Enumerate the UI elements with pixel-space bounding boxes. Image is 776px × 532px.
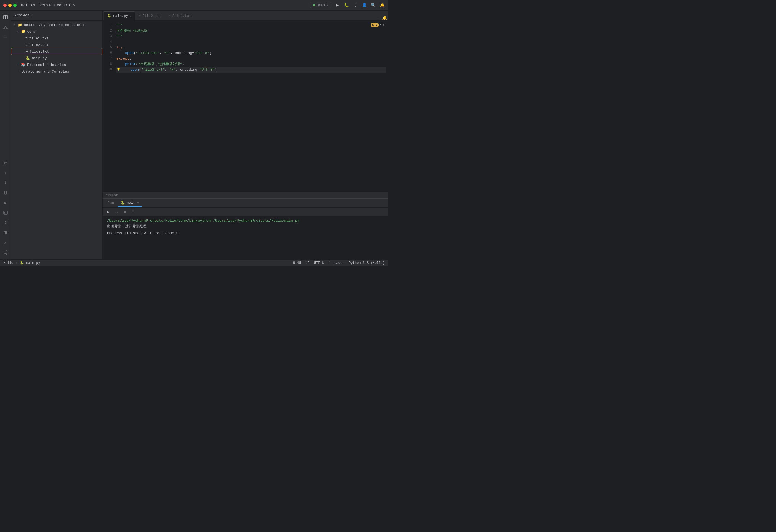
code-line-2: 文件操作 代码示例 — [117, 28, 386, 34]
tab-main-py-label: main.py — [113, 14, 128, 18]
svg-rect-2 — [4, 17, 6, 19]
tab-main-py[interactable]: 🐍 main.py ✕ — [104, 11, 135, 20]
panel-title: Project — [14, 13, 30, 17]
tab-file2-label: file2.txt — [142, 14, 162, 18]
sidebar-icon-project[interactable] — [1, 13, 10, 22]
main-layout: ⋯ ↑ ↓ ▶ 🖨 🗑 ⚠ Project ∨ ▼ 📁 — [0, 11, 388, 259]
tree-item-venv-label: venv — [27, 30, 36, 34]
tab-close-main-py[interactable]: ✕ — [130, 14, 132, 18]
run-play-button[interactable]: ▶ — [105, 209, 112, 215]
code-line-5: try: — [117, 45, 386, 50]
status-sep1: › — [15, 261, 17, 265]
run-tab-run[interactable]: Run — [105, 199, 117, 207]
status-breadcrumb: Hello › 🐍 main.py — [3, 261, 40, 265]
token: """ — [117, 34, 123, 39]
sidebar-icon-more[interactable]: ⋯ — [1, 33, 10, 42]
tree-item-file3[interactable]: ≡ file3.txt — [11, 48, 102, 55]
tree-item-main-py-label: main.py — [32, 56, 47, 60]
title-project[interactable]: Hello ∨ — [21, 3, 35, 7]
status-line-ending[interactable]: LF — [306, 261, 309, 265]
project-label: Hello — [21, 3, 32, 7]
run-dot — [313, 4, 315, 6]
tree-item-ext-libs[interactable]: ▶ 📚 External Libraries — [11, 61, 102, 68]
tree-item-venv[interactable]: ▶ 📁 venv — [11, 28, 102, 35]
title-version-control[interactable]: Version control ∨ — [40, 3, 75, 7]
run-active-tab-label: main — [127, 201, 135, 205]
line-num-3: 3 — [103, 34, 112, 39]
status-main-py[interactable]: main.py — [26, 261, 40, 265]
status-right: 9:45 LF UTF-8 4 spaces Python 3.8 (Hello… — [293, 261, 385, 265]
notifications-button[interactable]: 🔔 — [379, 2, 385, 8]
fullscreen-traffic-light[interactable] — [13, 4, 17, 7]
sidebar-icons: ⋯ ↑ ↓ ▶ 🖨 🗑 ⚠ — [0, 11, 11, 259]
cursor — [217, 68, 217, 72]
status-py-icon: 🐍 — [20, 261, 24, 265]
token: ) — [209, 50, 212, 56]
svg-point-10 — [4, 164, 5, 165]
code-line-1: """ — [117, 23, 386, 28]
sidebar-icon-share[interactable] — [1, 248, 10, 257]
tab-file1-txt[interactable]: ≡ file1.txt — [165, 11, 195, 20]
code-editor: ▲ 3 ∧ ∨ 1 2 3 4 5 6 7 8 9 """ — [103, 20, 388, 192]
status-python[interactable]: Python 3.8 (Hello) — [349, 261, 385, 265]
line-num-9: 9 — [103, 67, 112, 73]
sidebar-icon-layers[interactable] — [1, 189, 10, 197]
sidebar-icon-up[interactable]: ↑ — [1, 169, 10, 177]
account-button[interactable]: 👤 — [361, 2, 367, 8]
code-line-8: print("出现异常，进行异常处理") — [117, 61, 386, 67]
token: "r" — [164, 50, 170, 56]
run-reload-button[interactable]: ↻ — [113, 209, 120, 215]
tree-item-file3-label: file3.txt — [30, 50, 49, 54]
sidebar-icon-warning[interactable]: ⚠ — [1, 238, 10, 247]
code-line-4 — [117, 39, 386, 45]
run-tab-main[interactable]: 🐍 main ✕ — [118, 199, 141, 207]
sidebar-icon-print[interactable]: 🖨 — [1, 218, 10, 227]
svg-rect-0 — [4, 15, 6, 17]
line-num-7: 7 — [103, 56, 112, 61]
play-button[interactable]: ▶ — [335, 2, 340, 8]
warning-nav-down[interactable]: ∨ — [383, 23, 385, 27]
status-indent[interactable]: 4 spaces — [329, 261, 345, 265]
minimize-traffic-light[interactable] — [8, 4, 12, 7]
run-exit-msg: Process finished with exit code 0 — [107, 231, 384, 235]
run-stop-button[interactable]: ■ — [122, 209, 128, 215]
token: , — [176, 67, 180, 73]
sidebar-icon-structure[interactable] — [1, 23, 10, 32]
sidebar-icon-down[interactable]: ↓ — [1, 179, 10, 187]
run-branch-indicator[interactable]: main ∨ — [310, 2, 332, 8]
run-tab-close-icon[interactable]: ✕ — [137, 201, 139, 205]
code-content[interactable]: """ 文件操作 代码示例 """ try: open(" — [114, 20, 388, 192]
tree-item-file2[interactable]: ≡ file2.txt — [11, 42, 102, 48]
status-encoding[interactable]: UTF-8 — [314, 261, 324, 265]
tree-item-main-py[interactable]: 🐍 main.py — [11, 55, 102, 61]
sidebar-icon-run[interactable]: ▶ — [1, 198, 10, 207]
warning-nav-up[interactable]: ∧ — [380, 23, 382, 27]
token: ( — [134, 50, 136, 56]
sidebar-icon-delete[interactable]: 🗑 — [1, 228, 10, 237]
tree-item-hello-root[interactable]: ▼ 📁 Hello ~/PycharmProjects/Hello — [11, 22, 102, 28]
warning-area[interactable]: ▲ 3 ∧ ∨ — [371, 23, 385, 27]
scratches-icon: ≡ — [18, 69, 20, 74]
tree-item-hello-root-label: Hello ~/PycharmProjects/Hello — [24, 23, 86, 27]
token: try — [117, 45, 123, 50]
tree-item-file1[interactable]: ≡ file1.txt — [11, 35, 102, 42]
sidebar-icon-git[interactable] — [1, 159, 10, 167]
search-button[interactable]: 🔍 — [370, 2, 376, 8]
tree-item-scratches[interactable]: ≡ Scratches and Consoles — [11, 68, 102, 75]
tabs-more-button[interactable]: ⋮ — [374, 15, 382, 20]
sidebar-icon-terminal[interactable] — [1, 208, 10, 217]
line-num-5: 5 — [103, 45, 112, 50]
debug-button[interactable]: 🐛 — [344, 2, 349, 8]
status-hello[interactable]: Hello — [3, 261, 13, 265]
svg-point-15 — [4, 252, 5, 253]
run-tab-label: Run — [108, 201, 114, 205]
run-more-button[interactable]: ⋮ — [130, 209, 136, 215]
traffic-lights — [3, 4, 17, 7]
title-bar: Hello ∨ Version control ∨ main ∨ ▶ 🐛 ⋮ 👤… — [0, 0, 388, 11]
tab-file2-txt[interactable]: ≡ file2.txt — [135, 11, 165, 20]
tab-notification-bell[interactable]: 🔔 — [382, 15, 387, 20]
token: encoding — [175, 50, 192, 56]
code-line-7: except: — [117, 56, 386, 61]
close-traffic-light[interactable] — [3, 4, 7, 7]
more-actions-button[interactable]: ⋮ — [353, 2, 358, 8]
